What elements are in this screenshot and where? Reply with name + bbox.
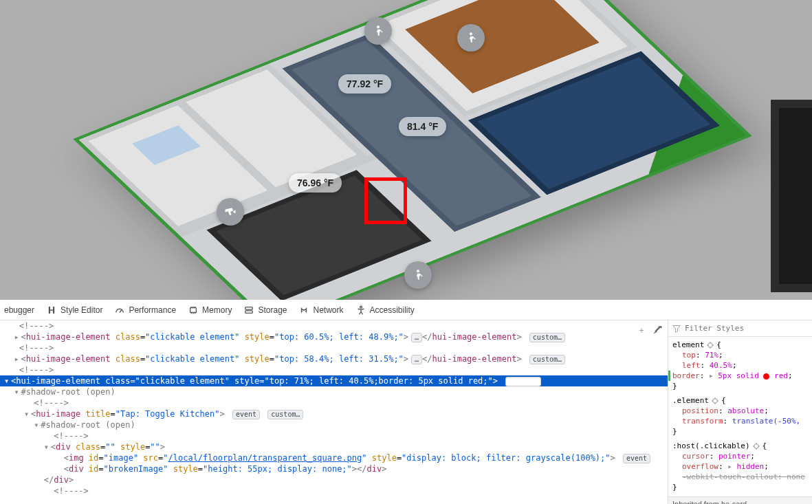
dom-comment: <!----> — [0, 485, 668, 496]
dom-comment: <!----> — [0, 397, 668, 408]
tab-debugger[interactable]: ebugger — [4, 305, 34, 315]
svg-point-2 — [417, 270, 419, 272]
temp-badge-3[interactable]: 76.96 °F — [289, 173, 342, 193]
svg-point-7 — [708, 342, 713, 347]
side-monitor — [771, 100, 812, 292]
target-icon — [712, 397, 718, 404]
tab-accessibility[interactable]: Accessibility — [356, 305, 415, 315]
eyedropper-icon[interactable] — [652, 325, 663, 336]
dom-comment: <!----> — [0, 320, 668, 331]
tab-performance[interactable]: Performance — [115, 305, 176, 315]
svg-point-0 — [377, 25, 380, 28]
motion-icon[interactable] — [404, 261, 432, 289]
dom-node[interactable]: ▾<div class="" style=""> — [0, 441, 668, 452]
styles-filter-input[interactable] — [685, 323, 808, 333]
style-rule-host-clickable[interactable]: :host(.clickable) { cursor: pointer; ove… — [672, 441, 808, 492]
svg-rect-5 — [245, 310, 253, 313]
add-rule-icon[interactable]: ＋ — [636, 325, 647, 336]
camera-icon[interactable] — [217, 198, 244, 226]
inherited-from-label: Inherited from ha-card — [668, 496, 812, 504]
dom-comment: <!----> — [0, 342, 668, 353]
dom-node-close[interactable]: </div> — [0, 474, 668, 485]
target-icon — [707, 342, 714, 349]
temp-badge-2[interactable]: 81.4 °F — [399, 117, 446, 136]
dom-comment: <!----> — [0, 430, 668, 441]
temp-badge-1[interactable]: 77.92 °F — [338, 74, 391, 94]
tab-memory[interactable]: Memory — [188, 305, 232, 315]
floorplan-viewport[interactable]: 77.92 °F 81.4 °F 76.96 °F — [0, 0, 812, 300]
dom-node[interactable]: ▸<hui-image-element class="clickable ele… — [0, 331, 668, 342]
svg-rect-4 — [245, 307, 253, 309]
motion-icon[interactable] — [457, 24, 485, 52]
dom-shadow-root[interactable]: ▾#shadow-root (open) — [0, 419, 668, 430]
svg-point-1 — [470, 32, 472, 35]
svg-point-6 — [360, 306, 362, 308]
filter-icon — [672, 325, 681, 333]
style-rule-element[interactable]: element { top: 71%; left: 40.5%; border:… — [672, 340, 808, 391]
dom-comment: <!----> — [0, 364, 668, 375]
dom-node-selected[interactable]: ▾<hui-image-element class="clickable ele… — [0, 375, 668, 386]
devtools-tabbar: ebugger Style Editor Performance Memory … — [0, 300, 812, 320]
dom-tree-pane[interactable]: ＋ <!----> ▸<hui-image-element class="cli… — [0, 320, 668, 504]
styles-filter[interactable] — [668, 320, 812, 337]
target-icon — [753, 443, 760, 450]
devtools-panes: ＋ <!----> ▸<hui-image-element class="cli… — [0, 320, 812, 504]
tab-storage[interactable]: Storage — [244, 305, 287, 315]
floorplan-3d — [79, 0, 747, 300]
dom-shadow-root[interactable]: ▾#shadow-root (open) — [0, 386, 668, 397]
style-rule-class-element[interactable]: .element { position: absolute; transform… — [672, 395, 808, 437]
motion-icon[interactable] — [364, 17, 392, 45]
styles-pane: element { top: 71%; left: 40.5%; border:… — [668, 320, 812, 504]
tab-style-editor[interactable]: Style Editor — [47, 305, 102, 315]
dom-node[interactable]: ▾<hui-image title="Tap: Toggle Kitchen">… — [0, 408, 668, 419]
svg-rect-3 — [190, 307, 197, 312]
svg-point-8 — [713, 398, 718, 403]
dom-node[interactable]: <img id="image" src="/local/floorplan/tr… — [0, 452, 668, 463]
dom-node[interactable]: <div id="brokenImage" style="height: 55p… — [0, 463, 668, 474]
tab-network[interactable]: Network — [299, 305, 343, 315]
dom-node[interactable]: ▸<hui-image-element class="clickable ele… — [0, 353, 668, 364]
svg-point-9 — [754, 443, 758, 448]
inspector-highlight-box — [364, 177, 407, 224]
